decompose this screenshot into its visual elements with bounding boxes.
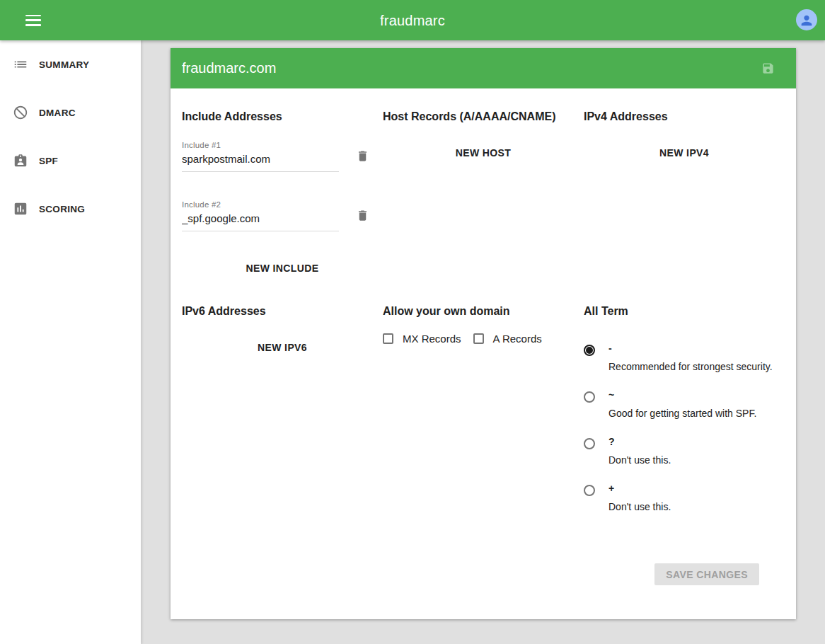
host-records-section: Host Records (A/AAAA/CNAME) NEW HOST <box>383 110 584 280</box>
radio-description: Don't use this. <box>608 501 671 512</box>
new-ipv4-button[interactable]: NEW IPV4 <box>654 142 715 164</box>
ipv4-section: IPv4 Addresses NEW IPV4 <box>584 110 785 280</box>
person-icon <box>799 13 814 28</box>
card-header: fraudmarc.com <box>171 48 796 88</box>
delete-include-1-button[interactable] <box>356 149 369 165</box>
include-2-input[interactable] <box>182 209 339 231</box>
radio-icon <box>584 345 595 356</box>
save-icon[interactable] <box>761 62 775 75</box>
sidebar-item-summary[interactable]: SUMMARY <box>0 40 141 88</box>
include-row: Include #1 <box>182 141 383 172</box>
checkbox-label: A Records <box>493 333 542 345</box>
sidebar-item-spf[interactable]: SPF <box>0 137 141 185</box>
trash-icon <box>356 209 369 222</box>
sidebar-item-label: DMARC <box>39 108 76 118</box>
radio-icon <box>584 391 595 403</box>
domain-card: fraudmarc.com Include Addresses Include … <box>171 48 796 619</box>
all-term-option-strict[interactable]: - Recommended for strongest security. <box>584 343 785 372</box>
all-term-option-pass[interactable]: + Don't use this. <box>584 483 785 512</box>
include-addresses-heading: Include Addresses <box>182 110 383 123</box>
all-term-option-softfail[interactable]: ~ Good for getting started with SPF. <box>584 390 785 419</box>
checkbox-icon <box>473 333 484 344</box>
sidebar-item-label: SUMMARY <box>39 59 89 70</box>
radio-symbol: + <box>608 483 671 493</box>
sidebar-item-scoring[interactable]: SCORING <box>0 185 141 233</box>
radio-symbol: ? <box>608 437 671 447</box>
all-term-option-neutral[interactable]: ? Don't use this. <box>584 437 785 466</box>
main-content-area: fraudmarc.com Include Addresses Include … <box>141 40 825 644</box>
sidebar-item-label: SPF <box>39 156 58 166</box>
domain-title: fraudmarc.com <box>182 60 276 76</box>
card-content: Include Addresses Include #1 <box>171 88 796 619</box>
allow-own-domain-section: Allow your own domain MX Records A Recor… <box>383 305 584 530</box>
radio-description: Recommended for strongest security. <box>608 361 773 372</box>
block-icon <box>13 105 28 120</box>
sidebar-item-label: SCORING <box>39 204 85 214</box>
radio-icon <box>584 485 595 496</box>
delete-include-2-button[interactable] <box>356 209 369 224</box>
new-ipv6-button[interactable]: NEW IPV6 <box>252 336 313 359</box>
new-host-button[interactable]: NEW HOST <box>450 142 517 164</box>
a-records-checkbox[interactable]: A Records <box>473 333 542 345</box>
ipv6-section: IPv6 Addresses NEW IPV6 <box>182 305 383 530</box>
all-term-options: - Recommended for strongest security. ~ … <box>584 343 785 512</box>
radio-description: Don't use this. <box>608 454 671 466</box>
include-row: Include #2 <box>182 200 383 231</box>
mx-records-checkbox[interactable]: MX Records <box>383 333 461 345</box>
checkbox-icon <box>383 333 393 344</box>
list-icon <box>13 57 28 72</box>
save-row: SAVE CHANGES <box>182 563 785 619</box>
radio-icon <box>584 438 595 449</box>
user-avatar[interactable] <box>796 9 817 30</box>
app-top-bar: fraudmarc <box>0 0 825 40</box>
radio-symbol: ~ <box>608 390 756 400</box>
bar-chart-icon <box>13 201 28 217</box>
badge-icon <box>13 153 28 168</box>
include-2-label: Include #2 <box>182 200 339 209</box>
radio-description: Good for getting started with SPF. <box>608 408 756 419</box>
ipv4-heading: IPv4 Addresses <box>584 110 785 123</box>
include-addresses-section: Include Addresses Include #1 <box>182 110 383 280</box>
trash-icon <box>356 149 369 163</box>
sidebar: SUMMARY DMARC SPF SCORING <box>0 40 141 644</box>
sidebar-item-dmarc[interactable]: DMARC <box>0 88 141 137</box>
include-1-input[interactable] <box>182 149 339 172</box>
radio-symbol: - <box>608 343 773 353</box>
allow-own-domain-heading: Allow your own domain <box>383 305 584 318</box>
all-term-section: All Term - Recommended for strongest sec… <box>584 305 785 530</box>
menu-icon[interactable] <box>25 15 41 26</box>
host-records-heading: Host Records (A/AAAA/CNAME) <box>383 110 584 123</box>
checkbox-label: MX Records <box>403 333 461 345</box>
ipv6-heading: IPv6 Addresses <box>182 305 383 318</box>
app-title: fraudmarc <box>380 12 445 28</box>
include-1-label: Include #1 <box>182 141 339 149</box>
save-changes-button[interactable]: SAVE CHANGES <box>654 563 759 585</box>
all-term-heading: All Term <box>584 305 785 318</box>
new-include-button[interactable]: NEW INCLUDE <box>240 257 324 280</box>
